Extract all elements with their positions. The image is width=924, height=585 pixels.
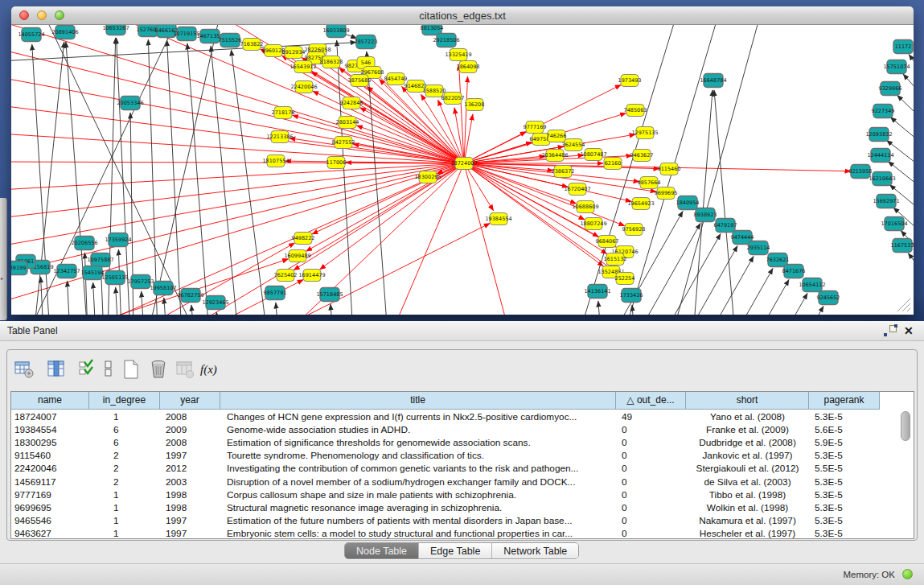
- graph-edge[interactable]: [11, 49, 464, 163]
- graph-node[interactable]: 16210643: [869, 172, 895, 186]
- graph-edge[interactable]: [690, 256, 754, 315]
- graph-node[interactable]: 8938923: [694, 208, 717, 222]
- function-builder-icon[interactable]: f(x): [200, 359, 221, 380]
- graph-node[interactable]: 10975887: [87, 253, 113, 267]
- select-all-rows-icon[interactable]: [76, 359, 97, 380]
- graph-node[interactable]: 39199: [11, 262, 27, 275]
- graph-node[interactable]: 8960128: [262, 45, 285, 57]
- graph-edge[interactable]: [191, 305, 194, 315]
- graph-node[interactable]: 15718485: [316, 288, 343, 302]
- graph-node[interactable]: 1864098: [457, 61, 480, 73]
- graph-node[interactable]: 12342757: [53, 265, 80, 278]
- graph-node[interactable]: 20206556: [71, 237, 97, 250]
- graph-edge[interactable]: [11, 163, 464, 218]
- graph-node[interactable]: 17359924: [105, 233, 131, 247]
- graph-edge[interactable]: [11, 163, 464, 246]
- graph-edge[interactable]: [464, 76, 468, 163]
- graph-node[interactable]: 9463627: [630, 150, 654, 162]
- table-row[interactable]: 969969511998Structural magnetic resonanc…: [11, 501, 896, 514]
- graph-edge[interactable]: [598, 301, 601, 315]
- table-settings-icon[interactable]: [14, 359, 35, 380]
- graph-edge[interactable]: [897, 95, 914, 133]
- network-canvas[interactable]: 1872400771638228960128891293428226058982…: [11, 25, 914, 315]
- select-columns-icon[interactable]: [46, 359, 67, 380]
- graph-node[interactable]: 9857664: [638, 177, 661, 189]
- graph-node[interactable]: 14671355: [196, 30, 223, 43]
- graph-node[interactable]: 8215958: [849, 165, 873, 179]
- column-header-in_degree[interactable]: in_degree: [89, 392, 160, 410]
- column-header-pagerank[interactable]: pagerank: [809, 392, 880, 410]
- graph-node[interactable]: 6466161: [155, 25, 179, 38]
- graph-node[interactable]: 8427552: [332, 137, 355, 149]
- row-height-icon[interactable]: [98, 359, 119, 380]
- graph-edge[interactable]: [637, 223, 700, 315]
- column-header-title[interactable]: title: [220, 392, 616, 410]
- graph-node[interactable]: 12213386: [266, 131, 293, 143]
- graph-node[interactable]: 7857223: [355, 35, 378, 49]
- graph-node[interactable]: 9245652: [817, 291, 840, 305]
- graph-node[interactable]: 8912934: [282, 47, 306, 59]
- graph-node[interactable]: 13325419: [445, 49, 471, 61]
- graph-node[interactable]: 7163822: [240, 39, 264, 51]
- graph-node[interactable]: 1527602: [137, 25, 160, 37]
- graph-node[interactable]: 1588520: [423, 85, 446, 97]
- graph-node[interactable]: 8471676: [782, 265, 806, 278]
- graph-node[interactable]: 9857791: [264, 286, 287, 300]
- tab-network-table[interactable]: Network Table: [492, 543, 578, 558]
- graph-edge[interactable]: [908, 253, 914, 290]
- graph-node[interactable]: 17016504: [881, 217, 907, 231]
- graph-node[interactable]: 1973493: [618, 75, 642, 87]
- graph-node[interactable]: 12923465: [202, 296, 228, 310]
- node-table[interactable]: namein_degreeyeartitle△ out_de...shortpa…: [10, 391, 914, 539]
- graph-edge[interactable]: [167, 40, 182, 315]
- graph-edge[interactable]: [464, 163, 510, 315]
- graph-node[interactable]: 9329966: [879, 82, 902, 96]
- graph-edge[interactable]: [216, 312, 219, 315]
- tab-edge-table[interactable]: Edge Table: [419, 543, 492, 558]
- resize-grip-icon[interactable]: [897, 299, 910, 311]
- graph-edge[interactable]: [306, 163, 464, 251]
- graph-node[interactable]: 3875685: [348, 75, 372, 87]
- graph-node[interactable]: 16720407: [564, 183, 590, 196]
- graph-edge[interactable]: [464, 163, 851, 171]
- graph-node[interactable]: 9498222: [292, 233, 315, 245]
- graph-node[interactable]: 252254: [615, 273, 635, 285]
- graph-node[interactable]: 10807487: [580, 149, 606, 161]
- graph-edge[interactable]: [68, 281, 70, 315]
- graph-edge[interactable]: [331, 304, 333, 315]
- graph-node[interactable]: 7515526: [219, 34, 242, 47]
- graph-node[interactable]: 62160: [604, 158, 622, 170]
- graph-node[interactable]: 20891406: [51, 26, 78, 39]
- graph-node[interactable]: 117006: [326, 157, 347, 169]
- table-row[interactable]: 946362711997Embryonic stem cells: a mode…: [11, 527, 896, 540]
- graph-node[interactable]: 12093832: [865, 128, 892, 142]
- table-row[interactable]: 946554611997Estimation of the future num…: [11, 514, 896, 527]
- graph-node[interactable]: 17957253: [127, 275, 154, 289]
- graph-node[interactable]: 19958107: [150, 282, 176, 295]
- graph-node[interactable]: 8454749: [384, 73, 408, 85]
- graph-edge[interactable]: [11, 77, 464, 163]
- graph-node[interactable]: 10653267: [102, 25, 129, 35]
- column-header-year[interactable]: year: [160, 392, 220, 410]
- graph-edge[interactable]: [672, 25, 761, 315]
- network-window[interactable]: citations_edges.txt 18724007716382289601…: [11, 6, 914, 315]
- graph-edge[interactable]: [276, 303, 278, 315]
- column-header-name[interactable]: name: [11, 392, 89, 410]
- collapsed-panel-handle[interactable]: ▸: [0, 198, 7, 320]
- graph-node[interactable]: 8186328: [320, 56, 343, 68]
- graph-edge[interactable]: [302, 58, 464, 163]
- graph-node[interactable]: 29218506: [433, 34, 459, 47]
- close-panel-icon[interactable]: ✕: [904, 323, 914, 338]
- graph-node[interactable]: 2803144: [336, 117, 359, 129]
- create-table-icon[interactable]: [121, 359, 142, 380]
- graph-edge[interactable]: [367, 51, 388, 315]
- graph-edge[interactable]: [464, 155, 584, 163]
- graph-edge[interactable]: [312, 163, 464, 234]
- graph-node[interactable]: 9777169: [524, 122, 547, 134]
- graph-node[interactable]: 1615132: [604, 253, 627, 266]
- graph-node[interactable]: 1167533: [891, 239, 914, 253]
- graph-node[interactable]: 14055724: [18, 28, 44, 42]
- graph-node[interactable]: 15751074: [883, 60, 910, 74]
- network-graph-svg[interactable]: 1872400771638228960128891293428226058982…: [11, 25, 914, 315]
- graph-edge[interactable]: [464, 163, 603, 266]
